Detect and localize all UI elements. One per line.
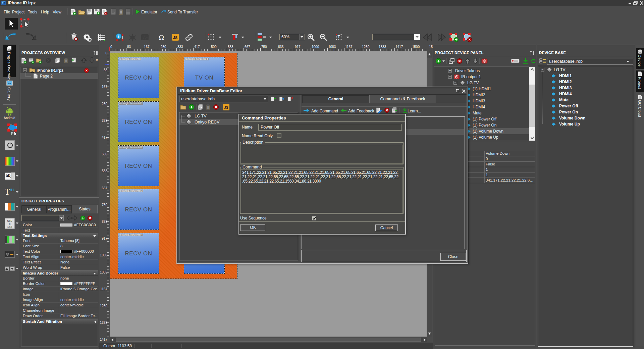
svg-text:P: P [11, 132, 13, 136]
svg-text:Ω: Ω [159, 33, 164, 42]
svg-text:T: T [338, 35, 340, 39]
svg-text:»: » [96, 57, 98, 62]
svg-text:JS: JS [224, 105, 228, 109]
svg-text:JS: JS [173, 36, 177, 40]
